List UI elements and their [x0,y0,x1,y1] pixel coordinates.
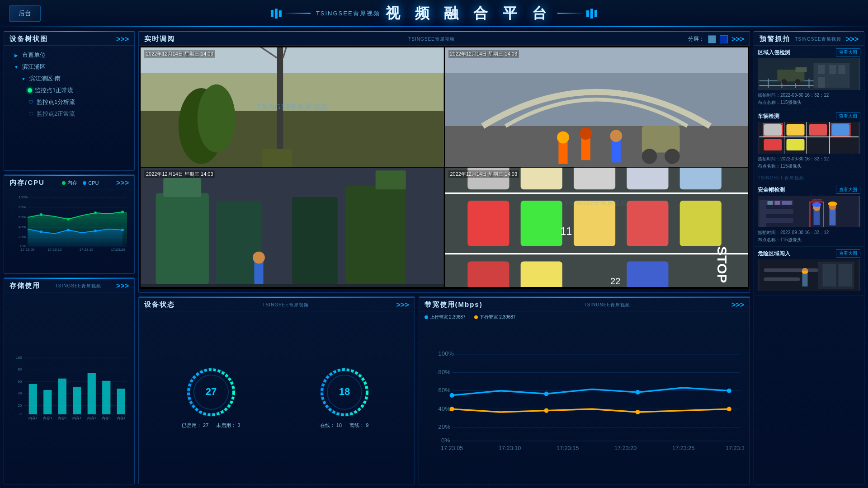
storage-header: 存储使用 TSINGSEE青犀视频 >>> [4,278,134,292]
svg-rect-95 [520,201,562,246]
svg-rect-77 [156,193,209,284]
svg-text:17:23:10: 17:23:10 [499,445,521,451]
svg-text:20%: 20% [438,423,450,430]
tree-item-pudong-south[interactable]: ▼ 滨江浦区-南 [6,73,132,84]
svg-point-17 [67,229,70,231]
svg-rect-153 [796,67,807,72]
video-scene-construction [141,47,444,167]
svg-rect-40 [88,373,96,414]
svg-rect-176 [782,201,792,205]
deco-bar-1 [271,10,274,17]
svg-rect-36 [29,384,37,414]
svg-point-14 [94,211,97,214]
tree-label-city: 市直单位 [22,51,46,59]
tree-arrow-right-icon: ▶ [13,52,19,58]
alert-zone-time: 抓拍时间：2022-09-30 16：32：12 [758,92,860,99]
deco-bar-5 [590,9,593,19]
svg-point-15 [121,211,124,213]
alert-helmet-info: 抓拍时间：2022-09-30 16：32：12 布点名称：115摄像头 [758,229,860,244]
svg-point-16 [40,230,42,233]
split-1-button[interactable] [708,35,716,43]
alert-logo: TSINGSEE青犀视频 [795,36,841,42]
storage-title: 存储使用 [9,282,40,290]
svg-rect-180 [830,208,836,225]
svg-rect-81 [376,170,406,189]
svg-rect-177 [814,209,820,225]
cpu-memory-title: 内存/CPU [9,178,45,187]
alert-helmet-view-btn[interactable]: 查看大图 [836,186,860,194]
svg-point-66 [580,127,592,140]
svg-rect-69 [642,126,679,153]
svg-rect-37 [43,390,52,414]
cpu-legend: CPU [83,180,99,186]
alert-helmet-time: 抓拍时间：2022-09-30 16：32：12 [758,229,860,236]
svg-text:内存1: 内存1 [87,416,96,420]
alert-vehicle-image [758,122,860,154]
alert-vehicle-info: 抓拍时间：2022-09-30 16：32：12 布点名称：115摄像头 [758,155,860,170]
alert-zone-camera: 布点名称：115摄像头 [758,99,860,106]
video-cell-1[interactable]: 2022年12月14日 星期三 14:03 [141,47,444,167]
gauge-enabled: 27 已启用： 27 未启用： 3 [182,365,241,429]
bandwidth-more[interactable]: >>> [731,301,744,309]
tree-item-cam1-analysis[interactable]: 🛡 监控点1分析流 [6,96,132,108]
upload-legend-dot [425,315,428,319]
video-cell-4[interactable]: 2022年12月14日 星期三 14:03 [445,168,748,287]
svg-text:17:23:05: 17:23:05 [441,445,463,451]
svg-rect-190 [764,277,800,281]
alert-vehicle-view-btn[interactable]: 查看大图 [836,112,860,120]
svg-text:40%: 40% [19,225,26,229]
svg-rect-67 [611,140,620,162]
video-header: 实时调阅 TSINGSEE青犀视频 分屏： >>> [139,31,750,46]
alert-danger-view-btn[interactable]: 查看大图 [836,249,860,258]
svg-text:20: 20 [18,404,22,408]
svg-text:unsafe: unsafe [812,198,822,202]
device-tree-more[interactable]: >>> [116,35,129,43]
alert-zone-info: 抓拍时间：2022-09-30 16：32：12 布点名称：115摄像头 [758,92,860,106]
alert-panel: 预警抓拍 TSINGSEE青犀视频 >>> 区域入侵检测 查看大图 [754,31,864,484]
video-timestamp-4: 2022年12月14日 星期三 14:03 [448,170,519,178]
gauge-online: 18 在线： 18 离线： 9 [317,365,372,429]
alert-vehicle-header: 车辆检测 查看大图 [758,112,860,120]
video-timestamp-3: 2022年12月14日 星期三 14:03 [144,170,215,178]
tree-item-city[interactable]: ▶ 市直单位 [6,49,132,61]
cpu-panel-more[interactable]: >>> [116,179,129,187]
tree-arrow-down-icon-1: ▼ [13,64,19,70]
video-cell-2[interactable]: 2022年12月14日 星期三 14:03 [445,47,748,167]
gauge-enabled-label-1: 已启用： 27 未启用： 3 [182,422,241,429]
alert-vehicle-camera: 布点名称：115摄像头 [758,163,860,170]
cpu-chart-area: 100% 80% 60% 40% 20% 0% [4,189,134,266]
svg-text:60: 60 [18,380,22,384]
svg-text:17:23:15: 17:23:15 [79,248,94,252]
svg-rect-174 [768,201,773,205]
tree-item-pudong[interactable]: ▼ 滨江浦区 [6,61,132,73]
split-4-button[interactable] [720,35,728,43]
back-button[interactable]: 后台 [9,5,41,22]
memory-legend-dot [62,181,66,185]
tree-item-cam1-normal[interactable]: 监控点1正常流 [6,84,132,96]
tree-label-pudong-south: 滨江浦区-南 [29,75,61,83]
upload-legend-label: 上行带宽 2.39687 [430,314,466,320]
svg-text:0: 0 [19,412,22,416]
svg-rect-100 [520,261,562,287]
alert-item-danger: 危险区域闯入 查看大图 [754,247,864,296]
download-legend: 下行带宽 2.39687 [474,314,515,320]
header-deco-line-left [283,13,311,14]
alert-danger-scene [758,259,860,291]
svg-point-71 [665,149,680,164]
alert-zone-view-btn[interactable]: 查看大图 [836,48,860,56]
device-status-panel: 设备状态 TSINGSEE青犀视频 >>> [138,296,415,484]
storage-more[interactable]: >>> [116,282,129,290]
svg-rect-91 [573,168,615,189]
alert-header: 预警抓拍 TSINGSEE青犀视频 >>> [754,31,864,46]
tree-item-cam2-normal[interactable]: 🛡 监控点2正常流 [6,108,132,120]
svg-text:内存1: 内存1 [28,416,38,420]
svg-point-125 [449,393,454,398]
video-cell-3[interactable]: 2022年12月14日 星期三 14:03 [141,168,444,287]
video-more[interactable]: >>> [731,35,744,43]
alert-zone-header: 区域入侵检测 查看大图 [758,48,860,56]
alert-more[interactable]: >>> [846,35,859,43]
center-column: 实时调阅 TSINGSEE青犀视频 分屏： >>> [138,31,750,484]
header-left-decoration [271,9,311,19]
svg-point-13 [67,218,70,221]
device-status-more[interactable]: >>> [396,301,409,309]
